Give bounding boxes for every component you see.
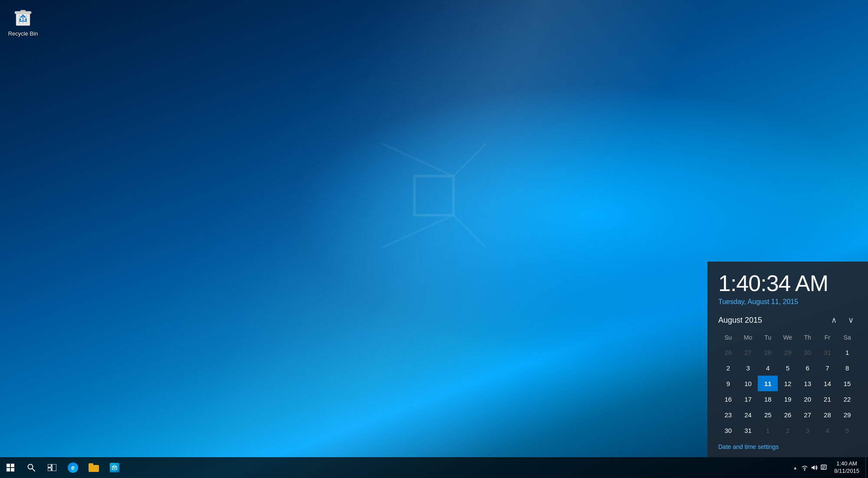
calendar-day-cell[interactable]: 28	[818, 407, 838, 422]
start-button[interactable]	[0, 457, 21, 478]
calendar-day-cell[interactable]: 27	[798, 407, 818, 422]
calendar-day-cell[interactable]: 28	[758, 344, 778, 360]
calendar-day-cell[interactable]: 21	[818, 391, 838, 407]
calendar-day-cell[interactable]: 22	[837, 391, 857, 407]
calendar-day-cell[interactable]: 6	[798, 360, 818, 376]
calendar-day-cell[interactable]: 15	[837, 376, 857, 391]
calendar-week-row: 2345678	[718, 360, 857, 376]
calendar-day-cell[interactable]: 25	[758, 407, 778, 422]
clock-date-large: Tuesday, August 11, 2015	[718, 298, 857, 306]
clock-time-large: 1:40:34 AM	[718, 270, 857, 296]
recycle-bin-label: Recycle Bin	[8, 30, 38, 37]
calendar-day-cell[interactable]: 30	[798, 344, 818, 360]
windows-logo-icon	[7, 464, 14, 471]
calendar-day-cell[interactable]: 10	[738, 376, 758, 391]
day-header-th: Th	[798, 332, 818, 344]
action-center-icon[interactable]	[819, 457, 828, 478]
calendar-day-cell[interactable]: 12	[778, 376, 798, 391]
calendar-day-cell[interactable]: 13	[798, 376, 818, 391]
taskbar-left: e	[0, 457, 125, 478]
taskbar-right: ▲	[791, 457, 868, 478]
calendar-day-cell[interactable]: 2	[778, 422, 798, 438]
taskbar-clock-date: 8/11/2015	[834, 468, 859, 475]
calendar-day-cell[interactable]: 26	[718, 344, 738, 360]
calendar-day-headers: Su Mo Tu We Th Fr Sa	[718, 332, 857, 344]
calendar-day-cell[interactable]: 8	[837, 360, 857, 376]
calendar-day-cell[interactable]: 5	[837, 422, 857, 438]
calendar-week-row: 303112345	[718, 422, 857, 438]
svg-rect-2	[20, 10, 26, 12]
calendar-day-cell[interactable]: 16	[718, 391, 738, 407]
calendar-day-cell[interactable]: 30	[718, 422, 738, 438]
day-header-tu: Tu	[758, 332, 778, 344]
calendar-day-cell[interactable]: 2	[718, 360, 738, 376]
calendar-week-row: 16171819202122	[718, 391, 857, 407]
system-tray-expand-button[interactable]: ▲	[791, 457, 799, 478]
calendar-day-cell[interactable]: 3	[798, 422, 818, 438]
calendar-day-cell[interactable]: 1	[837, 344, 857, 360]
task-view-icon	[48, 464, 56, 471]
calendar-prev-button[interactable]: ∧	[828, 314, 840, 326]
day-header-we: We	[778, 332, 798, 344]
chevron-up-icon: ▲	[793, 465, 797, 470]
calendar-day-cell[interactable]: 4	[758, 360, 778, 376]
calendar-body: 2627282930311234567891011121314151617181…	[718, 344, 857, 438]
calendar-day-cell[interactable]: 4	[818, 422, 838, 438]
recycle-bin-icon[interactable]: Recycle Bin	[3, 3, 43, 39]
explorer-taskbar-button[interactable]	[83, 457, 104, 478]
calendar-day-cell[interactable]: 1	[758, 422, 778, 438]
calendar-day-cell[interactable]: 24	[738, 407, 758, 422]
svg-rect-9	[48, 468, 51, 471]
calendar-day-cell[interactable]: 7	[818, 360, 838, 376]
edge-taskbar-button[interactable]: e	[62, 457, 83, 478]
recycle-bin-svg	[12, 6, 34, 28]
calendar-week-row: 23242526272829	[718, 407, 857, 422]
calendar-day-cell[interactable]: 31	[738, 422, 758, 438]
taskbar-clock[interactable]: 1:40 AM 8/11/2015	[829, 457, 865, 478]
taskbar: e ▲	[0, 457, 868, 478]
calendar-day-cell[interactable]: 31	[818, 344, 838, 360]
calendar-day-cell[interactable]: 27	[738, 344, 758, 360]
svg-rect-8	[48, 464, 51, 467]
calendar-day-cell[interactable]: 11	[758, 376, 778, 391]
calendar-nav: ∧ ∨	[828, 314, 857, 326]
date-time-settings-link[interactable]: Date and time settings	[718, 443, 779, 450]
calendar-day-cell[interactable]: 5	[778, 360, 798, 376]
calendar-day-cell[interactable]: 9	[718, 376, 738, 391]
calendar-grid: Su Mo Tu We Th Fr Sa 2627282930311234567…	[718, 332, 857, 438]
calendar-month-year: August 2015	[718, 316, 762, 325]
volume-tray-icon[interactable]	[810, 457, 819, 478]
calendar-day-cell[interactable]: 29	[778, 344, 798, 360]
edge-icon: e	[68, 462, 78, 473]
day-header-fr: Fr	[818, 332, 838, 344]
svg-rect-10	[52, 464, 56, 471]
show-desktop-button[interactable]	[865, 457, 868, 478]
calendar-day-cell[interactable]: 29	[837, 407, 857, 422]
calendar-day-cell[interactable]: 20	[798, 391, 818, 407]
calendar-day-cell[interactable]: 18	[758, 391, 778, 407]
calendar-week-row: 9101112131415	[718, 376, 857, 391]
store-icon	[110, 463, 119, 472]
calendar-day-cell[interactable]: 3	[738, 360, 758, 376]
calendar-next-button[interactable]: ∨	[845, 314, 857, 326]
search-button[interactable]	[21, 457, 42, 478]
calendar-day-cell[interactable]: 26	[778, 407, 798, 422]
task-view-button[interactable]	[42, 457, 62, 478]
search-icon	[27, 464, 35, 471]
day-header-mo: Mo	[738, 332, 758, 344]
folder-icon	[89, 463, 99, 472]
network-tray-icon[interactable]	[800, 457, 809, 478]
store-taskbar-button[interactable]	[104, 457, 125, 478]
calendar-week-row: 2627282930311	[718, 344, 857, 360]
day-header-sa: Sa	[837, 332, 857, 344]
svg-line-7	[32, 468, 35, 471]
calendar-day-cell[interactable]: 23	[718, 407, 738, 422]
calendar-day-cell[interactable]: 17	[738, 391, 758, 407]
calendar-header: August 2015 ∧ ∨	[718, 314, 857, 326]
calendar-day-cell[interactable]: 14	[818, 376, 838, 391]
taskbar-clock-time: 1:40 AM	[836, 460, 857, 468]
calendar-popup: 1:40:34 AM Tuesday, August 11, 2015 Augu…	[707, 262, 868, 457]
calendar-day-cell[interactable]: 19	[778, 391, 798, 407]
day-header-su: Su	[718, 332, 738, 344]
